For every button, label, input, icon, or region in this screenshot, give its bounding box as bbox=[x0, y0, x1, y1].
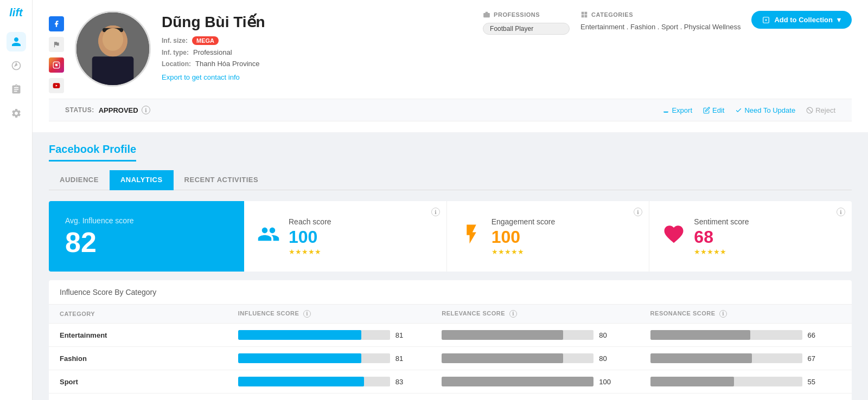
table-row: Physical Wellness 84 100 57 bbox=[49, 393, 852, 400]
relevance-header-info[interactable]: ℹ bbox=[509, 310, 517, 318]
inf-type-label: Inf. type: bbox=[162, 49, 189, 56]
engagement-value: 100 bbox=[492, 228, 636, 246]
cat-name: Fashion bbox=[60, 354, 87, 363]
score-section: Avg. Influence score 82 Reach score 100 … bbox=[49, 201, 852, 272]
sentiment-label: Sentiment score bbox=[694, 217, 839, 226]
reach-label: Reach score bbox=[289, 217, 433, 226]
sentiment-score-card: Sentiment score 68 ★★★★★ ℹ bbox=[649, 201, 852, 272]
status-label: STATUS: bbox=[65, 106, 94, 114]
relevance-val: 80 bbox=[599, 354, 614, 363]
table-row: Sport 83 100 55 bbox=[49, 370, 852, 393]
engagement-stars: ★★★★★ bbox=[492, 248, 636, 256]
influencer-name: Dũng Bùi Tiến bbox=[162, 13, 472, 31]
influence-header-info[interactable]: ℹ bbox=[303, 310, 311, 318]
sidebar-item-settings[interactable] bbox=[7, 104, 26, 123]
influence-val: 83 bbox=[395, 378, 411, 386]
svg-point-8 bbox=[103, 28, 123, 51]
professions-title: PROFESSIONS bbox=[483, 11, 570, 18]
export-contact-link[interactable]: Export to get contact info bbox=[162, 73, 240, 81]
sentiment-icon bbox=[662, 223, 685, 250]
sidebar: lift bbox=[0, 0, 33, 400]
content-area: Facebook Profile AUDIENCE ANALYTICS RECE… bbox=[33, 132, 868, 400]
avg-influence-card: Avg. Influence score 82 bbox=[49, 201, 244, 272]
engagement-label: Engagement score bbox=[492, 217, 636, 226]
col-header-influence: INFLUENCE SCORE ℹ bbox=[227, 305, 431, 324]
engagement-icon bbox=[460, 223, 483, 250]
resonance-val: 66 bbox=[808, 331, 823, 339]
location-value: Thanh Hóa Province bbox=[195, 60, 260, 68]
sentiment-info-icon[interactable]: ℹ bbox=[837, 208, 845, 216]
category-table: CATEGORY INFLUENCE SCORE ℹ RELEVANCE SCO… bbox=[49, 305, 852, 400]
reach-info: Reach score 100 ★★★★★ bbox=[289, 217, 433, 256]
engagement-score-card: Engagement score 100 ★★★★★ ℹ bbox=[447, 201, 650, 272]
tab-audience[interactable]: AUDIENCE bbox=[49, 170, 110, 190]
flag-icon[interactable] bbox=[49, 37, 64, 52]
influence-val: 81 bbox=[395, 354, 411, 363]
resonance-val: 67 bbox=[808, 354, 823, 363]
resonance-header-info[interactable]: ℹ bbox=[719, 310, 727, 318]
avg-score-label: Avg. Influence score bbox=[65, 216, 228, 225]
reach-icon bbox=[257, 223, 280, 250]
svg-rect-5 bbox=[92, 56, 134, 85]
sidebar-item-person[interactable] bbox=[7, 32, 26, 51]
categories-text: Entertainment . Fashion . Sport . Physic… bbox=[580, 23, 741, 31]
engagement-info: Engagement score 100 ★★★★★ bbox=[492, 217, 636, 256]
col-header-category: CATEGORY bbox=[49, 305, 227, 324]
app-logo: lift bbox=[9, 7, 22, 19]
export-action[interactable]: Export bbox=[662, 106, 692, 114]
professions-col: PROFESSIONS Football Player bbox=[483, 11, 570, 35]
reach-value: 100 bbox=[289, 228, 433, 246]
profession-tag: Football Player bbox=[483, 23, 570, 35]
categories-title: CATEGORIES bbox=[580, 11, 741, 18]
relevance-val: 100 bbox=[599, 378, 614, 386]
profile-info: Dũng Bùi Tiến Inf. size: MEGA Inf. type:… bbox=[162, 11, 472, 82]
col-header-resonance: RESONANCE SCORE ℹ bbox=[640, 305, 852, 324]
status-value: APPROVED bbox=[99, 106, 138, 114]
status-bar: STATUS: APPROVED ℹ Export Edit Need To U… bbox=[49, 99, 852, 121]
cat-name: Entertainment bbox=[60, 331, 107, 339]
avg-score-value: 82 bbox=[65, 228, 228, 256]
facebook-icon[interactable] bbox=[49, 16, 64, 31]
youtube-icon[interactable] bbox=[49, 78, 64, 93]
profile-card: Dũng Bùi Tiến Inf. size: MEGA Inf. type:… bbox=[33, 0, 868, 132]
sidebar-item-compass[interactable] bbox=[7, 56, 26, 75]
status-info-icon[interactable]: ℹ bbox=[142, 106, 150, 114]
table-row: Fashion 81 80 67 bbox=[49, 347, 852, 370]
table-row: Entertainment 81 80 66 bbox=[49, 324, 852, 347]
sentiment-value: 68 bbox=[694, 228, 839, 246]
svg-point-1 bbox=[58, 63, 59, 64]
relevance-val: 80 bbox=[599, 331, 614, 339]
sidebar-item-clipboard[interactable] bbox=[7, 80, 26, 99]
location-label: Location: bbox=[162, 60, 191, 68]
instagram-icon[interactable] bbox=[49, 57, 64, 73]
status-actions: Export Edit Need To Update Reject bbox=[662, 106, 835, 114]
inf-size-label: Inf. size: bbox=[162, 37, 188, 44]
svg-line-12 bbox=[808, 108, 812, 112]
need-update-action[interactable]: Need To Update bbox=[735, 106, 795, 114]
influence-val: 81 bbox=[395, 331, 411, 339]
sentiment-stars: ★★★★★ bbox=[694, 248, 839, 256]
reach-score-card: Reach score 100 ★★★★★ ℹ bbox=[244, 201, 447, 272]
analytics-tabs: AUDIENCE ANALYTICS RECENT ACTIVITIES bbox=[49, 170, 852, 190]
sentiment-info: Sentiment score 68 ★★★★★ bbox=[694, 217, 839, 256]
reach-info-icon[interactable]: ℹ bbox=[431, 208, 440, 216]
categories-col: CATEGORIES Entertainment . Fashion . Spo… bbox=[580, 11, 741, 31]
cat-name: Sport bbox=[60, 378, 78, 386]
category-section-title: Influence Score By Category bbox=[49, 280, 852, 305]
edit-action[interactable]: Edit bbox=[703, 106, 724, 114]
facebook-profile-title: Facebook Profile bbox=[49, 143, 136, 162]
tab-recent-activities[interactable]: RECENT ACTIVITIES bbox=[174, 170, 270, 190]
social-icons bbox=[49, 16, 64, 93]
reject-action[interactable]: Reject bbox=[806, 106, 835, 114]
category-section: Influence Score By Category CATEGORY INF… bbox=[49, 280, 852, 400]
inf-type-value: Professional bbox=[193, 48, 232, 56]
col-header-relevance: RELEVANCE SCORE ℹ bbox=[431, 305, 639, 324]
main-content: Dũng Bùi Tiến Inf. size: MEGA Inf. type:… bbox=[33, 0, 868, 400]
inf-size-badge: MEGA bbox=[192, 36, 219, 45]
add-to-collection-button[interactable]: Add to Collection ▾ bbox=[751, 11, 852, 29]
engagement-info-icon[interactable]: ℹ bbox=[634, 208, 642, 216]
svg-rect-9 bbox=[483, 13, 490, 17]
resonance-val: 55 bbox=[808, 378, 823, 386]
avatar bbox=[75, 11, 151, 87]
tab-analytics[interactable]: ANALYTICS bbox=[110, 170, 174, 190]
